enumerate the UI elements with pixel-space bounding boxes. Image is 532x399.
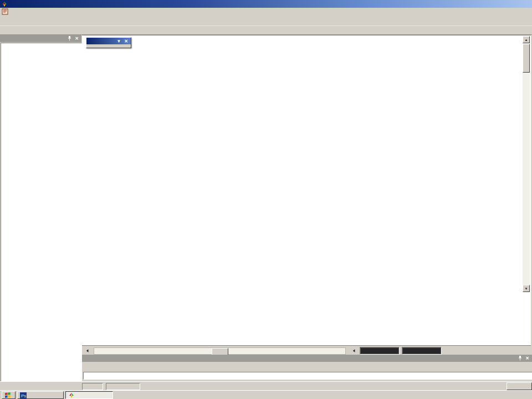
command-input[interactable] (83, 372, 532, 380)
viewport-3d[interactable]: ▼ ✕ ▲ ▼ (82, 35, 531, 355)
start-button[interactable] (2, 391, 16, 399)
mdi-document-icon[interactable] (2, 8, 9, 15)
coordinate-readout-y (402, 347, 442, 355)
scroll-down-icon[interactable]: ▼ (523, 285, 530, 292)
close-icon[interactable]: ✕ (123, 38, 129, 44)
status-bar (0, 381, 532, 391)
photoshop-icon: Ps (20, 392, 27, 398)
command-line-panel: ✕ (82, 355, 532, 381)
scia-logo-icon (68, 392, 75, 398)
view-palette-header[interactable]: ▼ ✕ (86, 38, 131, 44)
viewport-3d-scene (82, 35, 524, 345)
workplane-indicator[interactable] (106, 383, 140, 390)
command-line-header[interactable]: ✕ (82, 355, 532, 362)
pin-icon[interactable] (517, 356, 523, 361)
menu-tree (1, 43, 82, 382)
window-titlebar[interactable] (0, 0, 532, 8)
vertical-scrollbar[interactable]: ▲ ▼ (523, 36, 530, 292)
menu-tree-panel: ✕ (0, 35, 81, 381)
close-icon[interactable]: ✕ (74, 36, 80, 42)
horizontal-scroll-thumb[interactable] (212, 348, 228, 355)
units-indicator[interactable] (82, 383, 103, 390)
taskbar-item-scia[interactable] (65, 391, 113, 399)
taskbar-item-photoshop[interactable]: Ps (17, 391, 64, 399)
snap-mode-button[interactable] (507, 382, 532, 390)
application-window: ✕ ▼ ✕ ▲ ▼ (0, 0, 532, 399)
collapse-toolbar-button[interactable] (84, 347, 91, 355)
pin-icon[interactable] (66, 36, 73, 42)
scroll-left-icon[interactable] (350, 347, 358, 355)
app-logo-icon (1, 1, 8, 7)
scroll-up-icon[interactable]: ▲ (523, 36, 530, 43)
toolbar-modify (0, 26, 532, 35)
view-palette: ▼ ✕ (86, 37, 131, 48)
svg-text:Ps: Ps (21, 393, 26, 398)
coordinate-readout-x (360, 347, 400, 355)
toolbar-main (0, 16, 532, 26)
horizontal-scrollbar[interactable] (94, 347, 346, 355)
windows-logo-icon (4, 392, 11, 398)
vertical-scroll-thumb[interactable] (523, 44, 530, 73)
chevron-down-icon[interactable]: ▼ (116, 38, 122, 44)
close-icon[interactable]: ✕ (524, 356, 530, 361)
taskbar: Ps (0, 390, 532, 399)
snap-toolbar (82, 362, 531, 371)
menu-tree-header[interactable]: ✕ (0, 35, 81, 42)
menubar (0, 8, 532, 16)
